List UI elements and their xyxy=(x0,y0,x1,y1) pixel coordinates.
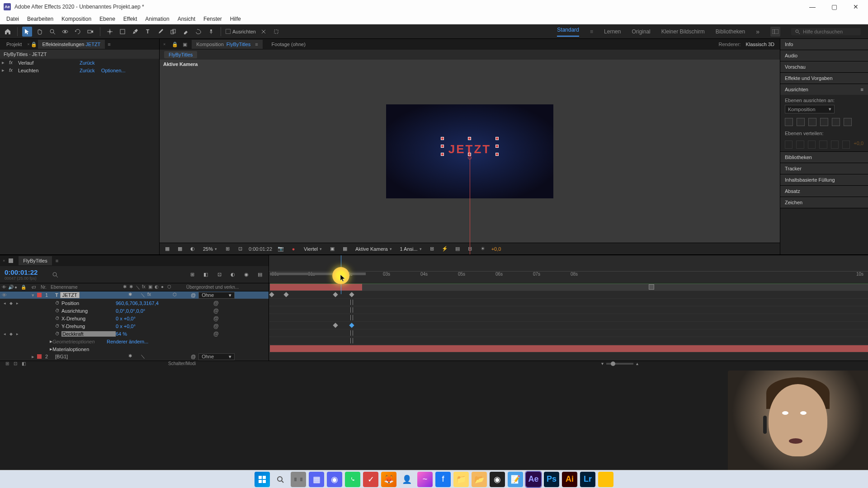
menu-hilfe[interactable]: Hilfe xyxy=(226,15,245,23)
grid-icon[interactable]: ▦ xyxy=(341,245,349,253)
timeline-layer-2[interactable]: ▸ 2 [BG1] ✱＼ @ Ohne▾ xyxy=(0,353,269,361)
clone-tool[interactable] xyxy=(168,27,178,37)
view-dropdown[interactable]: Aktive Kamera▾ xyxy=(354,246,394,252)
prop-orientation[interactable]: ⏱ Ausrichtung 0,0°,0,0°,0,0° @ xyxy=(0,307,269,314)
visibility-toggle[interactable]: 👁 xyxy=(2,292,7,298)
help-search-input[interactable] xyxy=(803,29,857,34)
handle-bl[interactable] xyxy=(441,153,444,156)
discord-icon[interactable]: ◉ xyxy=(327,472,342,487)
whatsapp-icon[interactable] xyxy=(345,472,360,487)
illustrator-icon[interactable]: Ai xyxy=(562,472,577,487)
menu-animation[interactable]: Animation xyxy=(142,15,173,23)
stopwatch-icon[interactable]: ⏱ xyxy=(55,300,61,305)
renderer-change-link[interactable]: Renderer ändern... xyxy=(107,339,148,344)
fast-preview-icon[interactable]: ⚡ xyxy=(441,245,449,253)
handle-tl[interactable] xyxy=(441,137,444,140)
track-xrot[interactable] xyxy=(269,306,868,314)
pixel-icon[interactable]: ⊞ xyxy=(428,245,436,253)
work-area-bar[interactable] xyxy=(270,272,366,275)
fx-icon[interactable]: fx xyxy=(9,68,15,73)
toggle-modes-icon[interactable]: ⊡ xyxy=(14,361,20,366)
zoom-slider[interactable] xyxy=(606,363,633,365)
track-yrot[interactable] xyxy=(269,314,868,322)
puppet-tool[interactable] xyxy=(206,27,216,37)
expression-pickwhip-icon[interactable]: @ xyxy=(213,308,219,314)
obs-icon[interactable]: ◉ xyxy=(490,472,505,487)
folder-icon[interactable]: 📂 xyxy=(472,472,487,487)
menu-ansicht[interactable]: Ansicht xyxy=(174,15,199,23)
align-top-button[interactable] xyxy=(820,118,828,126)
brush-tool[interactable] xyxy=(156,27,165,37)
next-key-icon[interactable]: ▸ xyxy=(14,301,20,305)
3d-toggle[interactable]: ⬡ xyxy=(172,292,177,298)
workspace-overflow[interactable]: » xyxy=(756,28,760,35)
reset-link[interactable]: Zurück xyxy=(80,60,95,66)
align-bottom-button[interactable] xyxy=(844,118,852,126)
expression-marker[interactable] xyxy=(350,330,353,336)
snap-checkbox[interactable]: Ausrichten xyxy=(226,29,256,34)
firefox-icon[interactable]: 🦊 xyxy=(381,472,396,487)
expression-pickwhip-icon[interactable]: @ xyxy=(213,323,219,329)
panel-libraries[interactable]: Bibliotheken xyxy=(780,152,868,163)
yrot-value[interactable]: 0 x +0,0° xyxy=(116,324,136,329)
orbit-tool[interactable] xyxy=(60,27,70,37)
workspace-kleiner[interactable]: Kleiner Bildschirm xyxy=(661,28,705,35)
next-key-icon[interactable]: ▸ xyxy=(14,332,20,336)
help-search[interactable] xyxy=(791,28,861,35)
comp-flowchart-icon[interactable]: ⊞ xyxy=(188,271,196,279)
timeline-search-icon[interactable] xyxy=(52,272,58,278)
lock-icon[interactable]: 🔒 xyxy=(31,41,37,47)
timeline-icon[interactable]: ▤ xyxy=(453,245,462,253)
workspace-standard[interactable]: Standard xyxy=(557,27,579,37)
prev-key-icon[interactable]: ◂ xyxy=(2,301,7,305)
workspace-bibliotheken[interactable]: Bibliotheken xyxy=(716,28,745,35)
panel-menu-icon[interactable]: ≡ xyxy=(861,87,863,92)
options-link[interactable]: Optionen... xyxy=(101,68,126,73)
panel-align[interactable]: Ausrichten≡ xyxy=(780,84,868,95)
align-hcenter-button[interactable] xyxy=(797,118,805,126)
app-icon[interactable] xyxy=(598,472,613,487)
prop-material[interactable]: ▸ Materialoptionen xyxy=(0,345,269,353)
mask-icon[interactable]: ◐ xyxy=(189,245,197,253)
panel-paragraph[interactable]: Absatz xyxy=(780,186,868,197)
toggle-switches-icon[interactable]: ⊞ xyxy=(5,361,12,366)
track-geometry[interactable] xyxy=(269,329,868,337)
expression-marker[interactable] xyxy=(350,300,353,305)
timeline-zoom[interactable]: ▾ ▴ xyxy=(601,361,638,366)
expression-marker[interactable] xyxy=(350,338,353,343)
frame-blend-icon[interactable]: ◐ xyxy=(229,271,237,279)
prop-position[interactable]: ◂◆▸ ⏱ Position 960,6,706,3,3167,4 @ xyxy=(0,299,269,307)
zoom-in-icon[interactable]: ▴ xyxy=(636,361,638,366)
zoom-tool[interactable] xyxy=(47,27,57,37)
fx-icon[interactable]: fx xyxy=(9,60,15,65)
menu-bearbeiten[interactable]: Bearbeiten xyxy=(24,15,57,23)
align-to-dropdown[interactable]: Komposition▾ xyxy=(785,105,835,113)
minimize-button[interactable]: — xyxy=(806,3,819,10)
expand-layer-icon[interactable]: ▾ xyxy=(32,292,37,298)
facebook-icon[interactable]: f xyxy=(435,472,451,487)
eraser-tool[interactable] xyxy=(181,27,191,37)
rotate-tool[interactable] xyxy=(73,27,83,37)
snap-option-2[interactable] xyxy=(271,27,281,37)
keyframe[interactable] xyxy=(269,292,274,297)
orientation-value[interactable]: 0,0°,0,0°,0,0° xyxy=(116,308,145,314)
workspace-lernen[interactable]: Lernen xyxy=(604,28,621,35)
snap-option-1[interactable] xyxy=(259,27,269,37)
composition-canvas[interactable]: JETZT xyxy=(386,104,553,198)
keyframe-selected[interactable] xyxy=(349,323,354,328)
keyframe[interactable] xyxy=(349,292,354,297)
panel-effects-presets[interactable]: Effekte und Vorgaben xyxy=(780,73,868,84)
zoom-out-icon[interactable]: ▾ xyxy=(601,361,604,366)
layer-duration-bar[interactable] xyxy=(270,345,868,352)
pen-tool[interactable] xyxy=(130,27,140,37)
transparency-icon[interactable]: ▩ xyxy=(176,245,184,253)
effect-leuchten[interactable]: ▸ fx Leuchten Zurück Optionen... xyxy=(0,66,159,74)
contact-icon[interactable]: 👤 xyxy=(399,472,415,487)
layer-color[interactable] xyxy=(37,293,42,297)
align-left-button[interactable] xyxy=(785,118,793,126)
shy-icon[interactable]: ⊡ xyxy=(215,271,223,279)
expression-pickwhip-icon[interactable]: @ xyxy=(213,315,219,322)
taskview-icon[interactable] xyxy=(291,472,306,487)
tab-composition[interactable]: Komposition FlyByTitles ≡ xyxy=(192,40,262,49)
exposure-value[interactable]: +0,0 xyxy=(491,246,501,252)
